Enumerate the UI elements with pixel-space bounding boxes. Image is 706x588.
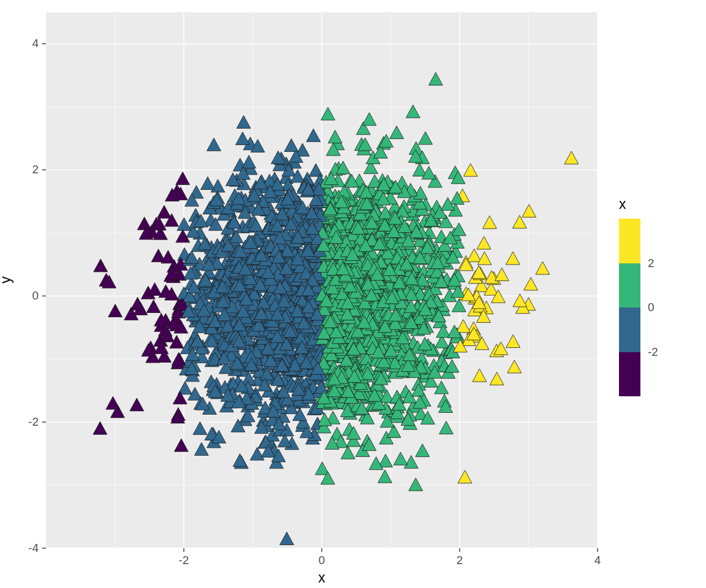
legend-tick-label: 0: [640, 301, 655, 314]
svg-marker-558: [522, 205, 536, 217]
svg-marker-1394: [328, 130, 342, 143]
svg-marker-2434: [477, 252, 492, 265]
svg-marker-364: [477, 236, 491, 249]
svg-marker-1934: [495, 268, 509, 281]
svg-marker-1258: [536, 262, 550, 274]
plot-svg: [46, 12, 598, 548]
svg-marker-1733: [457, 320, 471, 333]
x-tick-label: -2: [179, 554, 189, 567]
svg-marker-1188: [174, 439, 188, 451]
svg-marker-538: [200, 176, 214, 189]
legend-swatch: [619, 263, 640, 308]
svg-marker-908: [429, 72, 443, 85]
chart-root: -4-2024 -2024 y x x 20-2: [0, 0, 706, 588]
y-axis-title-container: y: [1, 0, 20, 588]
legend-tick-label: 2: [640, 257, 655, 270]
y-tick-label: 0: [32, 289, 39, 302]
y-tick-label: -2: [28, 415, 39, 428]
svg-marker-422: [507, 360, 522, 373]
svg-marker-2476: [207, 138, 221, 151]
svg-marker-401: [306, 129, 321, 141]
svg-marker-704: [409, 478, 423, 491]
svg-marker-884: [467, 249, 481, 262]
legend-title: x: [619, 196, 693, 213]
svg-marker-2498: [524, 277, 538, 290]
svg-marker-1033: [177, 217, 191, 230]
svg-marker-2131: [284, 139, 298, 152]
legend-swatch: [619, 352, 640, 397]
svg-marker-350: [211, 179, 225, 192]
svg-marker-1331: [242, 156, 256, 168]
plot-column: -4-2024 -2024 y x: [0, 0, 613, 588]
svg-marker-2482: [106, 396, 120, 409]
svg-marker-2357: [362, 113, 376, 126]
svg-marker-397: [378, 470, 392, 483]
svg-marker-1282: [93, 421, 107, 434]
svg-marker-1746: [416, 444, 430, 457]
svg-marker-1304: [390, 126, 404, 138]
svg-marker-2329: [564, 151, 579, 164]
svg-marker-938: [158, 205, 172, 218]
x-axis-title: x: [318, 570, 325, 586]
svg-marker-2101: [506, 252, 520, 265]
svg-marker-104: [137, 217, 151, 230]
svg-marker-641: [280, 532, 294, 545]
svg-marker-1318: [194, 442, 208, 455]
color-legend: x 20-2: [619, 196, 693, 396]
svg-marker-2320: [94, 259, 108, 272]
scatter-points: [93, 72, 579, 545]
svg-marker-458: [439, 421, 454, 434]
svg-marker-1914: [176, 172, 190, 185]
legend-colorbar: 20-2: [619, 219, 640, 396]
legend-tick-label: -2: [640, 345, 658, 359]
svg-marker-2488: [472, 266, 486, 279]
plot-panel: [46, 12, 598, 548]
x-tick-label: 0: [319, 554, 325, 567]
x-tick-label: 4: [594, 554, 601, 567]
svg-marker-1727: [108, 304, 123, 317]
legend-ticks: 20-2: [640, 219, 677, 396]
svg-marker-17: [506, 335, 520, 348]
svg-marker-2444: [490, 372, 504, 385]
svg-marker-2044: [483, 216, 497, 228]
svg-marker-2185: [393, 452, 408, 465]
svg-marker-1366: [473, 369, 487, 382]
svg-marker-1911: [233, 454, 247, 467]
svg-marker-2460: [341, 446, 355, 459]
x-tick-label: 2: [457, 554, 463, 567]
legend-column: x 20-2: [613, 0, 706, 588]
svg-marker-1088: [146, 300, 161, 313]
svg-marker-1737: [235, 132, 249, 145]
svg-marker-452: [250, 447, 264, 460]
svg-marker-1803: [321, 107, 335, 120]
legend-swatch: [619, 307, 640, 352]
y-axis-title: y: [1, 276, 13, 284]
y-tick-label: 2: [32, 163, 39, 176]
legend-swatch: [619, 219, 640, 263]
y-tick-label: 4: [32, 37, 39, 50]
svg-marker-758: [193, 421, 207, 434]
svg-marker-2157: [130, 398, 144, 411]
svg-marker-1584: [419, 132, 433, 145]
svg-marker-1395: [161, 251, 175, 263]
x-axis-title-container: x: [46, 570, 598, 586]
svg-marker-1886: [404, 456, 419, 469]
svg-marker-1940: [237, 116, 251, 129]
